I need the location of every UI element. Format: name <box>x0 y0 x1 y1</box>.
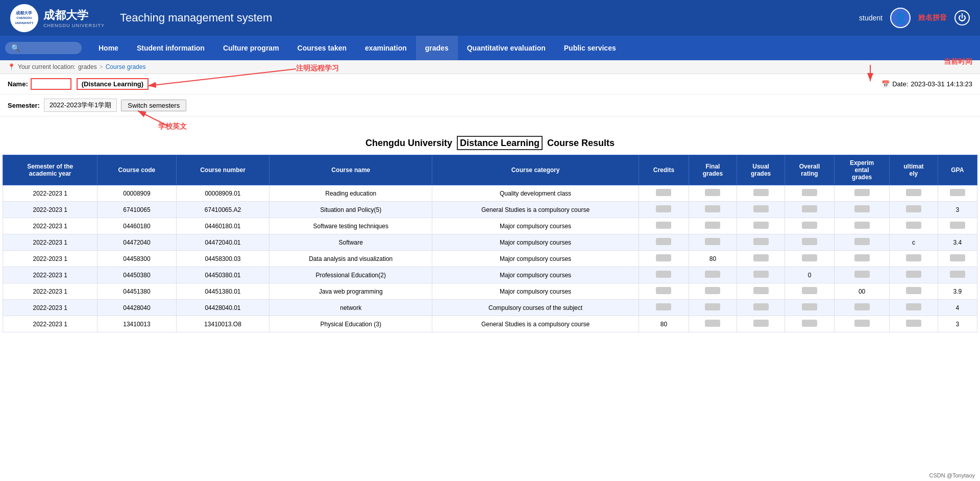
cell-number: 04458300.03 <box>176 251 270 267</box>
col-course-category: Course category <box>432 155 639 185</box>
cell-semester: 2022-2023 1 <box>3 234 97 251</box>
cell-code: 04458300 <box>97 251 176 267</box>
cell-ultimately <box>890 202 938 218</box>
cell-number: 67410065.A2 <box>176 202 270 218</box>
nav-items: Home Student information Culture program… <box>89 36 625 60</box>
cell-credits <box>639 267 689 283</box>
switch-semesters-button[interactable]: Switch semesters <box>121 100 186 111</box>
cell-number: 04460180.01 <box>176 218 270 234</box>
col-semester: Semester of theacademic year <box>3 155 97 185</box>
cell-experimental <box>834 202 890 218</box>
semester-value: 2022-2023学年1学期 <box>44 99 117 112</box>
grades-table-wrapper: Semester of theacademic year Course code… <box>0 155 980 332</box>
table-title-prefix: Chengdu University <box>365 138 452 148</box>
cell-ultimately <box>890 283 938 300</box>
breadcrumb-sep: > <box>100 63 103 70</box>
grades-table: Semester of theacademic year Course code… <box>3 155 977 332</box>
col-final-grades: Finalgrades <box>689 155 737 185</box>
cell-name: Situation and Policy(5) <box>270 202 432 218</box>
col-overall-rating: Overallrating <box>785 155 835 185</box>
location-icon: 📍 <box>8 63 15 70</box>
header-student-label: student <box>859 14 883 22</box>
cell-category: Major compulsory courses <box>432 267 639 283</box>
cell-usual <box>737 316 785 332</box>
cell-final <box>689 234 737 251</box>
cell-credits <box>639 283 689 300</box>
cell-usual <box>737 251 785 267</box>
cell-experimental <box>834 300 890 316</box>
cell-usual <box>737 218 785 234</box>
cell-category: General Studies is a compulsory course <box>432 202 639 218</box>
cell-semester: 2022-2023 1 <box>3 202 97 218</box>
cell-final <box>689 267 737 283</box>
search-icon: 🔍 <box>11 44 20 52</box>
cell-gpa: 4 <box>938 300 977 316</box>
breadcrumb-current[interactable]: Course grades <box>106 63 146 70</box>
cell-gpa: 3.4 <box>938 234 977 251</box>
cell-final <box>689 185 737 202</box>
nav-item-culture[interactable]: Culture program <box>214 36 288 60</box>
breadcrumb-grades[interactable]: grades <box>78 63 97 70</box>
table-row: 2022-2023 10000890900008909.01Reading ed… <box>3 185 977 202</box>
header: 成都大学CHENGDUUNIVERSITY 成都大学 CHENGDU UNIVE… <box>0 0 980 36</box>
col-credits: Credits <box>639 155 689 185</box>
annotation-remote: 注明远程学习 <box>296 64 339 73</box>
cell-gpa: 3.9 <box>938 283 977 300</box>
nav-item-courses[interactable]: Courses taken <box>288 36 356 60</box>
cell-name: Professional Education(2) <box>270 267 432 283</box>
header-title: Teaching management system <box>120 11 849 25</box>
cell-ultimately <box>890 251 938 267</box>
date-area: 当前时间 📅 Date: 2023-03-31 14:13:23 <box>881 80 972 88</box>
cell-code: 13410013 <box>97 316 176 332</box>
content-area: 📍 Your current location: grades > Course… <box>0 60 980 481</box>
cell-usual <box>737 283 785 300</box>
col-course-name: Course name <box>270 155 432 185</box>
cell-final <box>689 218 737 234</box>
cell-experimental <box>834 185 890 202</box>
date-icon: 📅 <box>881 80 890 88</box>
cell-ultimately <box>890 316 938 332</box>
table-row: 2022-2023 10445830004458300.03Data analy… <box>3 251 977 267</box>
cell-experimental <box>834 316 890 332</box>
cell-usual <box>737 300 785 316</box>
col-course-number: Course number <box>176 155 270 185</box>
search-box[interactable]: 🔍 <box>5 42 82 54</box>
nav-item-student-info[interactable]: Student information <box>128 36 214 60</box>
cell-experimental <box>834 267 890 283</box>
table-row: 2022-2023 10445038004450380.01Profession… <box>3 267 977 283</box>
name-value <box>31 78 71 90</box>
cell-semester: 2022-2023 1 <box>3 300 97 316</box>
nav-item-quant[interactable]: Quantitative evaluation <box>458 36 555 60</box>
cell-gpa <box>938 218 977 234</box>
nav-item-home[interactable]: Home <box>89 36 128 60</box>
cell-category: General Studies is a compulsory course <box>432 316 639 332</box>
logo-area: 成都大学CHENGDUUNIVERSITY 成都大学 CHENGDU UNIVE… <box>10 4 105 32</box>
nav-item-public[interactable]: Public services <box>555 36 625 60</box>
nav-item-exam[interactable]: examination <box>356 36 416 60</box>
breadcrumb-prefix: Your current location: <box>18 63 76 70</box>
cell-category: Major compulsory courses <box>432 218 639 234</box>
cell-usual <box>737 202 785 218</box>
cell-semester: 2022-2023 1 <box>3 316 97 332</box>
footer-note: CSDN @Tonytaoy <box>929 472 975 478</box>
cell-credits <box>639 251 689 267</box>
cell-name: Software testing techniques <box>270 218 432 234</box>
cell-overall: 0 <box>785 267 835 283</box>
cell-gpa <box>938 267 977 283</box>
cell-semester: 2022-2023 1 <box>3 185 97 202</box>
cell-category: Compulsory courses of the subject <box>432 300 639 316</box>
cell-experimental <box>834 234 890 251</box>
cell-final: 80 <box>689 251 737 267</box>
cell-gpa <box>938 185 977 202</box>
cell-number: 04428040.01 <box>176 300 270 316</box>
cell-name: Data analysis and visualization <box>270 251 432 267</box>
cell-overall <box>785 202 835 218</box>
cell-category: Major compulsory courses <box>432 234 639 251</box>
power-button[interactable]: ⏻ <box>954 10 970 26</box>
cell-overall <box>785 218 835 234</box>
cell-ultimately: c <box>890 234 938 251</box>
cell-overall <box>785 185 835 202</box>
nav-item-grades[interactable]: grades <box>416 36 458 60</box>
cell-ultimately <box>890 218 938 234</box>
cell-gpa: 3 <box>938 316 977 332</box>
